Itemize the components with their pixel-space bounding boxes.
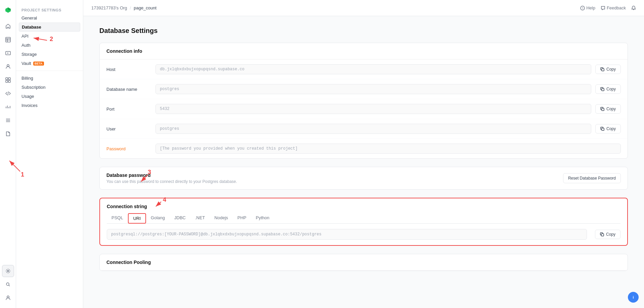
sidebar-item-database[interactable]: Database — [19, 23, 80, 32]
port-label: Port — [106, 107, 150, 112]
content-area: Database Settings Connection info Host — [83, 16, 644, 308]
tab-psql[interactable]: PSQL — [107, 213, 128, 224]
user-copy-button[interactable]: Copy — [595, 124, 621, 133]
tab-jdbc[interactable]: JDBC — [170, 213, 190, 224]
sidebar-item-general[interactable]: General — [16, 13, 83, 23]
copy-icon — [600, 87, 604, 91]
sidebar-divider — [16, 71, 83, 71]
svg-rect-7 — [8, 78, 10, 80]
connection-info-title: Connection info — [100, 43, 628, 60]
svg-point-5 — [7, 65, 9, 67]
password-value-wrap — [155, 144, 621, 154]
host-row: Host Copy — [100, 60, 628, 79]
sidebar-item-api[interactable]: API — [16, 32, 83, 41]
breadcrumb-separator: / — [130, 5, 131, 10]
nav-auth[interactable] — [2, 61, 14, 73]
connection-string-copy-button[interactable]: Copy — [595, 230, 620, 239]
host-value-wrap: Copy — [155, 64, 621, 74]
nav-chart[interactable] — [2, 101, 14, 113]
connection-string-row: Copy — [107, 229, 620, 240]
help-icon: ? — [580, 6, 585, 10]
svg-point-15 — [7, 296, 9, 298]
svg-text:?: ? — [582, 7, 584, 10]
breadcrumb: 1739217783's Org / page_count — [91, 5, 156, 10]
tab-python[interactable]: Python — [251, 213, 274, 224]
bell-icon — [631, 6, 636, 10]
sidebar-item-vault[interactable]: Vault BETA — [16, 59, 83, 68]
sidebar-item-auth[interactable]: Auth — [16, 41, 83, 50]
nav-table[interactable] — [2, 34, 14, 46]
user-label: User — [106, 126, 150, 131]
connection-string-title: Connection string — [107, 204, 620, 209]
breadcrumb-page: page_count — [134, 5, 156, 10]
nav-grid[interactable] — [2, 74, 14, 86]
connection-info-card: Connection info Host Copy — [99, 43, 628, 159]
feedback-button[interactable]: Feedback — [601, 5, 626, 10]
nav-code[interactable] — [2, 87, 14, 100]
user-input[interactable] — [155, 124, 591, 134]
feedback-icon — [601, 6, 605, 10]
sidebar-item-storage[interactable]: Storage — [16, 50, 83, 59]
svg-rect-18 — [602, 69, 604, 71]
svg-rect-9 — [8, 80, 10, 82]
host-input[interactable] — [155, 64, 591, 74]
database-name-copy-button[interactable]: Copy — [595, 84, 621, 94]
copy-icon — [600, 127, 604, 131]
port-copy-button[interactable]: Copy — [595, 104, 621, 114]
tab-php[interactable]: PHP — [233, 213, 251, 224]
main-area: 1739217783's Org / page_count ? Help Fee… — [83, 0, 644, 308]
svg-rect-6 — [6, 78, 8, 80]
nav-user[interactable] — [2, 292, 14, 304]
topbar: 1739217783's Org / page_count ? Help Fee… — [83, 0, 644, 16]
connection-pooling-card: Connection Pooling — [99, 254, 628, 271]
svg-point-14 — [6, 283, 9, 285]
database-password-title: Database password — [106, 172, 237, 178]
tab-golang[interactable]: Golang — [146, 213, 170, 224]
sidebar-item-invoices[interactable]: Invoices — [16, 101, 83, 110]
nav-file[interactable] — [2, 128, 14, 140]
copy-icon — [600, 232, 604, 236]
app-logo[interactable] — [2, 4, 14, 16]
database-name-input[interactable] — [155, 84, 591, 94]
port-row: Port Copy — [100, 99, 628, 119]
database-name-label: Database name — [106, 87, 150, 92]
svg-rect-20 — [602, 108, 604, 111]
host-copy-button[interactable]: Copy — [595, 65, 621, 74]
password-label: Password — [106, 146, 150, 151]
svg-rect-0 — [6, 37, 10, 42]
nav-list[interactable] — [2, 114, 14, 126]
sidebar-item-subscription[interactable]: Subscription — [16, 83, 83, 92]
reset-database-password-button[interactable]: Reset Database Password — [563, 173, 621, 183]
user-row: User Copy — [100, 119, 628, 139]
help-button[interactable]: ? Help — [580, 5, 595, 10]
nav-settings[interactable] — [2, 265, 14, 277]
connection-info-body: Host Copy Database name — [100, 60, 628, 158]
nav-home[interactable] — [2, 20, 14, 32]
tab-nodejs[interactable]: Nodejs — [210, 213, 233, 224]
host-label: Host — [106, 67, 150, 72]
icon-bar — [0, 0, 16, 308]
port-input[interactable] — [155, 104, 591, 114]
database-password-section: Database password You can use this passw… — [99, 167, 628, 190]
connection-string-tabs: PSQL URI Golang JDBC .NET Nodejs PHP Pyt… — [107, 213, 620, 224]
sidebar-section-project: Project Settings — [16, 5, 83, 13]
password-input[interactable] — [155, 144, 621, 154]
port-value-wrap: Copy — [155, 104, 621, 114]
nav-media[interactable] — [2, 47, 14, 59]
database-password-description: You can use this password to connect dir… — [106, 179, 237, 184]
tab-uri[interactable]: URI — [128, 213, 146, 224]
copy-icon — [600, 107, 604, 111]
notifications-button[interactable] — [631, 6, 636, 10]
sidebar-item-usage[interactable]: Usage — [16, 92, 83, 101]
sidebar-item-billing[interactable]: Billing — [16, 74, 83, 83]
svg-rect-21 — [602, 128, 604, 130]
nav-search[interactable] — [2, 278, 14, 291]
chat-bubble[interactable]: i — [628, 292, 639, 303]
svg-rect-8 — [6, 80, 8, 82]
svg-rect-22 — [601, 234, 604, 236]
connection-string-card: Connection string PSQL URI Golang JDBC .… — [99, 198, 628, 246]
connection-string-input[interactable] — [107, 229, 587, 240]
password-row: Password — [100, 139, 628, 158]
tab-dotnet[interactable]: .NET — [190, 213, 210, 224]
database-name-value-wrap: Copy — [155, 84, 621, 94]
